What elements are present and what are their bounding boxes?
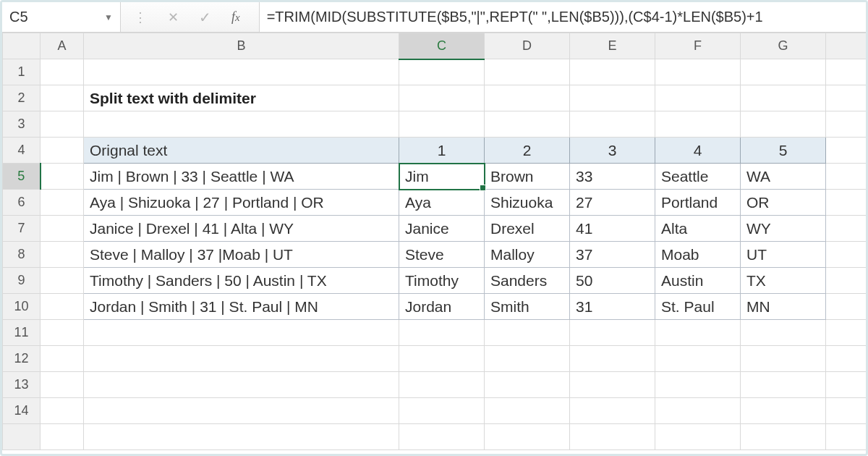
cell[interactable]: [741, 85, 826, 111]
cell-B8[interactable]: Steve | Malloy | 37 |Moab | UT: [84, 242, 399, 268]
col-B[interactable]: B: [84, 33, 399, 59]
col-G[interactable]: G: [741, 33, 826, 59]
table-head-4[interactable]: 4: [655, 138, 741, 164]
cell[interactable]: [655, 424, 741, 450]
cell[interactable]: [41, 190, 84, 216]
cell-B7[interactable]: Janice | Drexel | 41 | Alta | WY: [84, 216, 399, 242]
col-extra[interactable]: [826, 33, 867, 59]
cell[interactable]: [741, 346, 826, 372]
cell[interactable]: [826, 111, 867, 138]
cell[interactable]: [399, 346, 485, 372]
cell[interactable]: [84, 59, 399, 85]
row-14[interactable]: 14: [3, 398, 41, 424]
row-4[interactable]: 4: [3, 138, 41, 164]
cell[interactable]: [41, 424, 84, 450]
formula-input[interactable]: =TRIM(MID(SUBSTITUTE($B5,"|",REPT(" ",LE…: [260, 2, 866, 32]
cell[interactable]: [570, 59, 655, 85]
cell[interactable]: [570, 320, 655, 346]
cell[interactable]: [485, 320, 570, 346]
row-10[interactable]: 10: [3, 294, 41, 320]
row-11[interactable]: 11: [3, 320, 41, 346]
cell[interactable]: [399, 320, 485, 346]
cell-B10[interactable]: Jordan | Smith | 31 | St. Paul | MN: [84, 294, 399, 320]
cell[interactable]: [399, 85, 485, 111]
row-9[interactable]: 9: [3, 268, 41, 294]
cell[interactable]: [41, 216, 84, 242]
cell[interactable]: [41, 164, 84, 190]
cell[interactable]: [826, 346, 867, 372]
cell[interactable]: [84, 320, 399, 346]
row-15[interactable]: [3, 424, 41, 450]
cell[interactable]: [655, 346, 741, 372]
cell-G7[interactable]: WY: [741, 216, 826, 242]
cell[interactable]: [41, 398, 84, 424]
cell-F6[interactable]: Portland: [655, 190, 741, 216]
cell[interactable]: [826, 164, 867, 190]
enter-icon[interactable]: ✓: [199, 9, 211, 26]
cell-G6[interactable]: OR: [741, 190, 826, 216]
table-head-original[interactable]: Orignal text: [84, 138, 399, 164]
cell-E7[interactable]: 41: [570, 216, 655, 242]
cell[interactable]: [655, 85, 741, 111]
cell-D8[interactable]: Malloy: [485, 242, 570, 268]
cell[interactable]: [84, 111, 399, 138]
cell[interactable]: [485, 424, 570, 450]
cell-D7[interactable]: Drexel: [485, 216, 570, 242]
cell[interactable]: [741, 320, 826, 346]
row-2[interactable]: 2: [3, 85, 41, 111]
cell[interactable]: [570, 346, 655, 372]
cell[interactable]: [741, 111, 826, 138]
row-7[interactable]: 7: [3, 216, 41, 242]
table-head-1[interactable]: 1: [399, 138, 485, 164]
select-all-corner[interactable]: [3, 33, 41, 59]
row-1[interactable]: 1: [3, 59, 41, 85]
cell[interactable]: [826, 190, 867, 216]
cell-G10[interactable]: MN: [741, 294, 826, 320]
name-box[interactable]: C5 ▼: [2, 2, 121, 32]
cell[interactable]: [399, 398, 485, 424]
row-12[interactable]: 12: [3, 346, 41, 372]
cell-F7[interactable]: Alta: [655, 216, 741, 242]
cell-B6[interactable]: Aya | Shizuoka | 27 | Portland | OR: [84, 190, 399, 216]
cell[interactable]: [826, 424, 867, 450]
cell-D5[interactable]: Brown: [485, 164, 570, 190]
cell[interactable]: [399, 424, 485, 450]
cell-C6[interactable]: Aya: [399, 190, 485, 216]
fx-icon[interactable]: fx: [231, 9, 246, 25]
cell[interactable]: [570, 424, 655, 450]
cell-G9[interactable]: TX: [741, 268, 826, 294]
cell[interactable]: [399, 111, 485, 138]
cell[interactable]: [41, 372, 84, 398]
cell-D10[interactable]: Smith: [485, 294, 570, 320]
cell[interactable]: [41, 59, 84, 85]
cell[interactable]: [570, 398, 655, 424]
cell[interactable]: [485, 85, 570, 111]
cell[interactable]: [84, 398, 399, 424]
cell[interactable]: [570, 85, 655, 111]
cell-E5[interactable]: 33: [570, 164, 655, 190]
row-8[interactable]: 8: [3, 242, 41, 268]
cell-G5[interactable]: WA: [741, 164, 826, 190]
cell-D9[interactable]: Sanders: [485, 268, 570, 294]
cell[interactable]: [826, 216, 867, 242]
col-A[interactable]: A: [41, 33, 84, 59]
cell[interactable]: [741, 424, 826, 450]
cell[interactable]: [41, 85, 84, 111]
row-3[interactable]: 3: [3, 111, 41, 138]
cell[interactable]: [826, 59, 867, 85]
cell[interactable]: [655, 111, 741, 138]
cell-E10[interactable]: 31: [570, 294, 655, 320]
cell-C8[interactable]: Steve: [399, 242, 485, 268]
cell[interactable]: [485, 346, 570, 372]
col-C[interactable]: C: [399, 33, 485, 59]
cell-B5[interactable]: Jim | Brown | 33 | Seattle | WA: [84, 164, 399, 190]
cell[interactable]: [826, 294, 867, 320]
cell[interactable]: [41, 111, 84, 138]
cell-G8[interactable]: UT: [741, 242, 826, 268]
cell-C5[interactable]: Jim: [399, 164, 485, 190]
ellipsis-icon[interactable]: ⋮: [134, 9, 148, 25]
cell[interactable]: [485, 59, 570, 85]
cell-F10[interactable]: St. Paul: [655, 294, 741, 320]
cell[interactable]: [741, 59, 826, 85]
cell[interactable]: [84, 372, 399, 398]
